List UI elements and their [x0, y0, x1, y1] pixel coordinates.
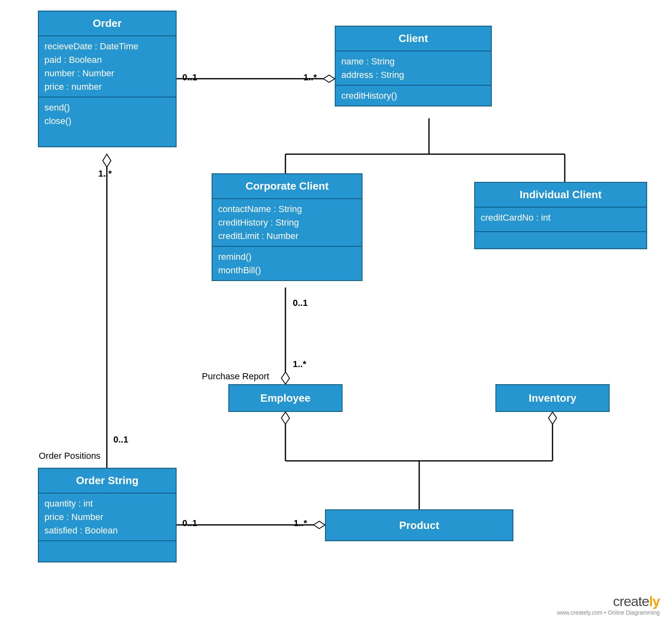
method: close() [44, 114, 170, 128]
footer-branding: creately www.creately.com • Online Diagr… [557, 593, 660, 616]
attr: contactName : String [218, 202, 356, 216]
diagram-canvas: Order recieveDate : DateTime paid : Bool… [0, 0, 672, 624]
attr: price : number [44, 80, 170, 93]
svg-marker-12 [548, 412, 557, 424]
class-individual-client-attrs: creditCardNo : int [475, 208, 646, 232]
brand-logo: creately [557, 593, 660, 609]
class-employee: Employee [228, 384, 343, 412]
class-order-title: Order [39, 11, 176, 36]
class-order-string-title: Order String [39, 469, 176, 493]
multiplicity: 1..* [293, 359, 306, 370]
brand-tagline: www.creately.com • Online Diagramming [557, 609, 660, 616]
multiplicity: 1..* [98, 168, 112, 179]
class-product: Product [325, 509, 513, 541]
multiplicity: 0..1 [113, 434, 128, 445]
class-inventory: Inventory [495, 384, 610, 412]
attr: creditHistory : String [218, 216, 356, 229]
svg-marker-10 [281, 412, 290, 424]
class-client: Client name : String address : String cr… [335, 26, 492, 106]
multiplicity: 0..1 [182, 518, 197, 529]
multiplicity: 0..1 [182, 72, 197, 83]
attr: recieveDate : DateTime [44, 40, 170, 53]
class-client-attrs: name : String address : String [336, 51, 491, 86]
class-corporate-client: Corporate Client contactName : String cr… [212, 173, 363, 281]
class-individual-client-methods [475, 232, 646, 248]
multiplicity: 1..* [303, 72, 317, 83]
attr: creditLimit : Number [218, 229, 356, 243]
method: send() [44, 101, 170, 114]
svg-marker-9 [281, 372, 290, 384]
class-order-string-methods [39, 541, 176, 562]
attr: quantity : int [44, 497, 170, 510]
attr: satisfied : Boolean [44, 524, 170, 537]
multiplicity: 1..* [294, 518, 307, 529]
attr: creditCardNo : int [481, 211, 641, 224]
class-corporate-client-attrs: contactName : String creditHistory : Str… [212, 199, 362, 247]
class-order-string-attrs: quantity : int price : Number satisfied … [39, 493, 176, 541]
attr: number : Number [44, 66, 170, 80]
lightbulb-icon: ly [649, 593, 660, 609]
class-corporate-client-methods: remind() monthBill() [212, 247, 362, 280]
class-order-attrs: recieveDate : DateTime paid : Boolean nu… [39, 36, 176, 97]
svg-marker-1 [323, 75, 335, 82]
assoc-label-order-positions: Order Positions [39, 451, 101, 461]
class-individual-client: Individual Client creditCardNo : int [474, 182, 647, 249]
class-order-string: Order String quantity : int price : Numb… [38, 468, 177, 562]
class-client-title: Client [336, 27, 491, 51]
multiplicity: 0..1 [293, 298, 308, 308]
class-corporate-client-title: Corporate Client [212, 174, 362, 199]
attr: address : String [341, 68, 485, 82]
class-order-methods: send() close() [39, 97, 176, 146]
brand-text: create [613, 593, 649, 609]
attr: name : String [341, 55, 485, 68]
attr: paid : Boolean [44, 53, 170, 66]
method: monthBill() [218, 263, 356, 277]
svg-marker-17 [314, 521, 325, 529]
method: creditHistory() [341, 89, 485, 102]
class-individual-client-title: Individual Client [475, 183, 646, 208]
svg-marker-2 [103, 154, 111, 167]
assoc-label-purchase-report: Purchase Report [202, 371, 269, 382]
attr: price : Number [44, 510, 170, 524]
class-order: Order recieveDate : DateTime paid : Bool… [38, 11, 177, 147]
method: remind() [218, 250, 356, 263]
class-client-methods: creditHistory() [336, 86, 491, 106]
